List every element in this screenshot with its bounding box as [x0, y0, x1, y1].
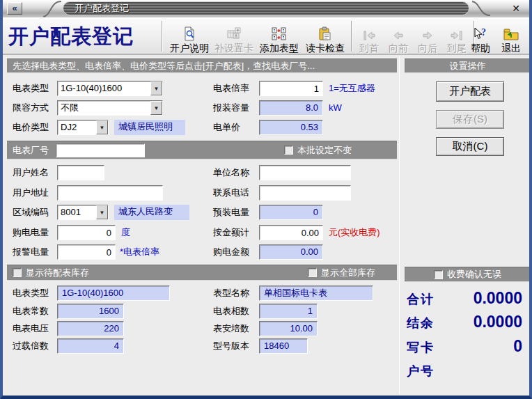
unit-price-value: 0.53: [259, 120, 323, 135]
unit-price-label: 电单价: [213, 120, 240, 135]
toolbar-label: 到尾: [447, 42, 467, 54]
price-type-select[interactable]: DJ2 ▼: [57, 120, 109, 135]
meter-ratio-input[interactable]: [259, 81, 323, 96]
phases-value: 1: [259, 304, 318, 319]
preload-qty-label: 预装电量: [213, 205, 249, 220]
limit-mode-select[interactable]: 不限 ▼: [57, 100, 163, 116]
toolbar-label: 帮助: [471, 42, 490, 54]
meter-type2-label: 电表类型: [13, 285, 49, 301]
open-account-help-button[interactable]: 开户说明: [169, 20, 210, 54]
factory-no-label: 电表厂号: [13, 144, 49, 157]
phone-input[interactable]: [259, 185, 351, 201]
purchase-qty-input[interactable]: [57, 225, 116, 240]
batch-fixed-checkbox-group: 本批设定不变: [284, 144, 352, 157]
voltage-value: 220: [57, 321, 124, 336]
capacity-value: 8.0: [259, 100, 323, 116]
account-no-label: 户号: [407, 363, 435, 380]
toolbar-label: 向后: [418, 42, 437, 54]
user-addr-label: 用户地址: [13, 185, 49, 201]
add-type-icon: [271, 25, 288, 42]
nav-prev-button: 向前: [384, 20, 412, 54]
limit-mode-label: 限容方式: [13, 100, 49, 116]
pending-inventory-checkbox-group: 显示待配表库存: [13, 267, 89, 279]
add-meter-type-button[interactable]: 添加表型: [258, 20, 301, 54]
limit-mode-value: 不限: [58, 101, 150, 115]
user-addr-input[interactable]: [57, 185, 163, 201]
org-name-label: 单位名称: [213, 165, 249, 180]
open-meter-config-button[interactable]: 开户配表: [436, 81, 504, 102]
svg-text:?: ?: [481, 27, 486, 38]
batch-fixed-checkbox[interactable]: [284, 146, 293, 155]
chevron-down-icon[interactable]: ▼: [96, 205, 108, 219]
window-title: 开户配表登记: [63, 1, 469, 15]
purchase-amount-value: 0.00: [259, 244, 323, 260]
price-type-desc: 城镇居民照明: [114, 120, 185, 135]
capacity-unit: kW: [329, 100, 342, 116]
fee-confirm-checkbox[interactable]: [434, 270, 443, 279]
save-button: 保存(S): [436, 110, 504, 129]
batch-fixed-label: 本批设定不变: [297, 144, 352, 157]
close-button[interactable]: ✕: [510, 3, 522, 15]
titlebar-flourish-2: [471, 0, 492, 17]
region-value: 8001: [58, 205, 96, 219]
help-icon: ?: [472, 25, 489, 42]
overload-value: 4: [57, 338, 124, 354]
help-button[interactable]: ? 帮助: [467, 20, 494, 54]
balance-label: 结余: [407, 315, 435, 331]
all-inventory-label: 显示全部库存: [321, 267, 375, 279]
alarm-qty-input[interactable]: [57, 244, 116, 260]
fee-confirm-checkbox-group: 收费确认无误: [434, 268, 501, 281]
nav-first-button: 到首: [355, 20, 383, 54]
toolbar-label: 补设置卡: [214, 42, 253, 54]
toolbar-separator: [351, 21, 352, 52]
cancel-button[interactable]: 取消(C): [436, 137, 504, 156]
meter-ratio-hint: 1=无互感器: [329, 81, 375, 96]
type-name-value: 单相国标电卡表: [259, 285, 373, 301]
phases-label: 电表相数: [213, 304, 249, 319]
instruction-text: 先选择电表类型、电表倍率、电价类型等后点击[开户配表]，查找电表厂号...: [13, 60, 315, 72]
toolbar-label: 读卡检查: [306, 42, 345, 54]
meter-ratio-label: 电表倍率: [213, 81, 249, 96]
chevron-down-icon[interactable]: ▼: [150, 81, 162, 95]
purchase-qty-unit: 度: [121, 225, 130, 240]
chevron-down-icon[interactable]: ▼: [96, 120, 108, 134]
capacity-label: 报装容量: [213, 100, 249, 116]
by-amount-input[interactable]: [259, 225, 323, 240]
write-card-value: 0: [513, 337, 522, 356]
titlebar-flourish: [42, 0, 63, 17]
region-select[interactable]: 8001 ▼: [57, 205, 109, 220]
preload-qty-value: 0: [259, 205, 323, 220]
amperage-label: 表安培数: [213, 321, 249, 336]
region-desc: 城东人民路变: [114, 205, 189, 220]
type-name-label: 表型名称: [213, 285, 249, 301]
nav-next-button: 向后: [414, 20, 441, 54]
price-type-label: 电价类型: [13, 120, 49, 135]
factory-no-input[interactable]: [56, 143, 145, 157]
region-label: 区域编码: [13, 205, 49, 220]
user-name-input[interactable]: [57, 165, 104, 180]
user-name-label: 用户姓名: [13, 165, 49, 180]
toolbar-label: 向前: [389, 42, 408, 54]
org-name-input[interactable]: [259, 165, 351, 180]
clipboard-icon: [318, 25, 333, 42]
phone-label: 联系电话: [213, 185, 249, 201]
titlebar: « 开户配表登记 ✕: [3, 0, 529, 17]
alarm-qty-label: 报警电量: [13, 244, 49, 260]
read-card-check-button[interactable]: 读卡检查: [304, 20, 347, 54]
all-inventory-checkbox-group: 显示全部库存: [308, 267, 375, 279]
page-title: 开户配表登记: [8, 23, 159, 51]
nav-first-icon: [361, 25, 377, 42]
toolbar-label: 开户说明: [170, 42, 209, 54]
by-amount-label: 按金额计: [213, 225, 249, 240]
exit-button[interactable]: 退出: [497, 20, 525, 54]
toolbar-label: 退出: [501, 42, 521, 54]
overload-label: 过载倍数: [13, 338, 49, 354]
nav-prev-icon: [391, 25, 406, 42]
chevron-down-icon[interactable]: ▼: [150, 101, 162, 115]
doc-search-icon: [182, 25, 196, 42]
ops-panel-header: 设置操作: [405, 58, 531, 73]
alarm-qty-hint: *电表倍率: [120, 244, 159, 260]
pending-inventory-checkbox[interactable]: [13, 268, 22, 277]
all-inventory-checkbox[interactable]: [308, 268, 317, 277]
meter-type-select[interactable]: 1G-10(40)1600 ▼: [57, 81, 163, 96]
